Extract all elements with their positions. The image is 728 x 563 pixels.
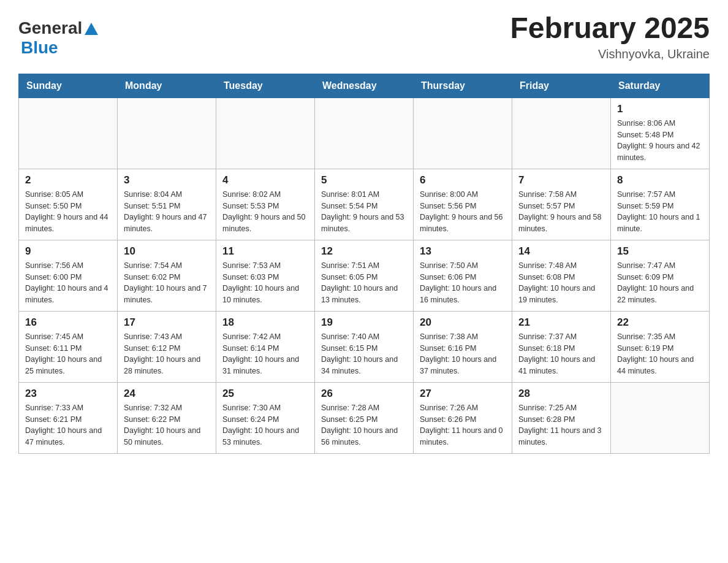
day-info: Sunrise: 7:47 AMSunset: 6:09 PMDaylight:… [617,260,703,306]
calendar-cell: 4Sunrise: 8:02 AMSunset: 5:53 PMDaylight… [216,169,315,240]
calendar-cell: 6Sunrise: 8:00 AMSunset: 5:56 PMDaylight… [414,169,512,240]
calendar-cell: 19Sunrise: 7:40 AMSunset: 6:15 PMDayligh… [315,311,414,382]
calendar-cell: 20Sunrise: 7:38 AMSunset: 6:16 PMDayligh… [414,311,512,382]
day-number: 23 [25,388,111,400]
day-info: Sunrise: 7:58 AMSunset: 5:57 PMDaylight:… [518,189,604,235]
calendar-week-3: 9Sunrise: 7:56 AMSunset: 6:00 PMDaylight… [19,240,710,311]
col-saturday: Saturday [611,74,710,98]
day-number: 22 [617,316,703,329]
col-monday: Monday [118,74,216,98]
day-number: 13 [420,245,506,258]
day-info: Sunrise: 7:25 AMSunset: 6:28 PMDaylight:… [518,402,604,448]
day-number: 17 [124,316,210,329]
day-number: 27 [420,388,506,400]
day-info: Sunrise: 8:05 AMSunset: 5:50 PMDaylight:… [25,189,111,235]
calendar-cell: 16Sunrise: 7:45 AMSunset: 6:11 PMDayligh… [19,311,118,382]
day-number: 20 [420,316,506,329]
calendar-cell: 27Sunrise: 7:26 AMSunset: 6:26 PMDayligh… [414,382,512,453]
day-info: Sunrise: 7:35 AMSunset: 6:19 PMDaylight:… [617,331,703,377]
day-number: 16 [25,316,111,329]
day-number: 24 [124,388,210,400]
col-wednesday: Wednesday [315,74,414,98]
day-info: Sunrise: 7:56 AMSunset: 6:00 PMDaylight:… [25,260,111,306]
day-number: 10 [124,245,210,258]
day-number: 5 [321,174,407,186]
calendar-cell [315,98,414,169]
day-number: 28 [518,388,604,400]
calendar-cell: 5Sunrise: 8:01 AMSunset: 5:54 PMDaylight… [315,169,414,240]
day-number: 11 [222,245,308,258]
calendar-header: Sunday Monday Tuesday Wednesday Thursday… [19,74,710,98]
day-info: Sunrise: 7:28 AMSunset: 6:25 PMDaylight:… [321,402,407,448]
day-number: 21 [518,316,604,329]
day-info: Sunrise: 7:30 AMSunset: 6:24 PMDaylight:… [222,402,308,448]
day-info: Sunrise: 8:00 AMSunset: 5:56 PMDaylight:… [420,189,506,235]
calendar-cell: 24Sunrise: 7:32 AMSunset: 6:22 PMDayligh… [118,382,216,453]
col-sunday: Sunday [19,74,118,98]
day-info: Sunrise: 7:33 AMSunset: 6:21 PMDaylight:… [25,402,111,448]
day-info: Sunrise: 7:57 AMSunset: 5:59 PMDaylight:… [617,189,703,235]
calendar-week-5: 23Sunrise: 7:33 AMSunset: 6:21 PMDayligh… [19,382,710,453]
calendar-cell: 10Sunrise: 7:54 AMSunset: 6:02 PMDayligh… [118,240,216,311]
month-title: February 2025 [510,12,710,45]
day-number: 7 [518,174,604,186]
day-number: 15 [617,245,703,258]
calendar-cell: 26Sunrise: 7:28 AMSunset: 6:25 PMDayligh… [315,382,414,453]
calendar-table: Sunday Monday Tuesday Wednesday Thursday… [18,74,710,454]
day-number: 6 [420,174,506,186]
calendar-cell: 8Sunrise: 7:57 AMSunset: 5:59 PMDaylight… [611,169,710,240]
location: Vishnyovka, Ukraine [510,47,710,61]
day-info: Sunrise: 7:40 AMSunset: 6:15 PMDaylight:… [321,331,407,377]
day-number: 9 [25,245,111,258]
day-number: 18 [222,316,308,329]
calendar-cell: 17Sunrise: 7:43 AMSunset: 6:12 PMDayligh… [118,311,216,382]
calendar-cell: 22Sunrise: 7:35 AMSunset: 6:19 PMDayligh… [611,311,710,382]
calendar-cell: 11Sunrise: 7:53 AMSunset: 6:03 PMDayligh… [216,240,315,311]
calendar-cell: 3Sunrise: 8:04 AMSunset: 5:51 PMDaylight… [118,169,216,240]
day-info: Sunrise: 7:54 AMSunset: 6:02 PMDaylight:… [124,260,210,306]
day-info: Sunrise: 8:02 AMSunset: 5:53 PMDaylight:… [222,189,308,235]
day-info: Sunrise: 7:32 AMSunset: 6:22 PMDaylight:… [124,402,210,448]
calendar-cell [611,382,710,453]
calendar-cell [512,98,611,169]
day-info: Sunrise: 7:43 AMSunset: 6:12 PMDaylight:… [124,331,210,377]
day-info: Sunrise: 7:48 AMSunset: 6:08 PMDaylight:… [518,260,604,306]
day-info: Sunrise: 8:01 AMSunset: 5:54 PMDaylight:… [321,189,407,235]
calendar-cell: 15Sunrise: 7:47 AMSunset: 6:09 PMDayligh… [611,240,710,311]
day-number: 26 [321,388,407,400]
calendar-week-4: 16Sunrise: 7:45 AMSunset: 6:11 PMDayligh… [19,311,710,382]
calendar-cell: 23Sunrise: 7:33 AMSunset: 6:21 PMDayligh… [19,382,118,453]
day-info: Sunrise: 7:45 AMSunset: 6:11 PMDaylight:… [25,331,111,377]
calendar-cell [414,98,512,169]
day-info: Sunrise: 8:06 AMSunset: 5:48 PMDaylight:… [617,118,703,164]
day-info: Sunrise: 7:26 AMSunset: 6:26 PMDaylight:… [420,402,506,448]
day-number: 25 [222,388,308,400]
calendar-cell: 9Sunrise: 7:56 AMSunset: 6:00 PMDaylight… [19,240,118,311]
day-info: Sunrise: 7:37 AMSunset: 6:18 PMDaylight:… [518,331,604,377]
day-number: 19 [321,316,407,329]
logo-blue-text: Blue [21,38,58,57]
page-header: General Blue February 2025 Vishnyovka, U… [18,12,710,61]
day-number: 14 [518,245,604,258]
day-info: Sunrise: 7:38 AMSunset: 6:16 PMDaylight:… [420,331,506,377]
logo-general-text: General [18,18,82,38]
calendar-cell: 18Sunrise: 7:42 AMSunset: 6:14 PMDayligh… [216,311,315,382]
calendar-cell: 1Sunrise: 8:06 AMSunset: 5:48 PMDaylight… [611,98,710,169]
svg-marker-0 [85,23,98,35]
col-tuesday: Tuesday [216,74,315,98]
calendar-cell: 25Sunrise: 7:30 AMSunset: 6:24 PMDayligh… [216,382,315,453]
calendar-cell: 14Sunrise: 7:48 AMSunset: 6:08 PMDayligh… [512,240,611,311]
calendar-cell [216,98,315,169]
calendar-cell [19,98,118,169]
day-number: 3 [124,174,210,186]
day-info: Sunrise: 7:50 AMSunset: 6:06 PMDaylight:… [420,260,506,306]
col-thursday: Thursday [414,74,512,98]
day-info: Sunrise: 8:04 AMSunset: 5:51 PMDaylight:… [124,189,210,235]
day-number: 8 [617,174,703,186]
calendar-cell: 13Sunrise: 7:50 AMSunset: 6:06 PMDayligh… [414,240,512,311]
calendar-body: 1Sunrise: 8:06 AMSunset: 5:48 PMDaylight… [19,98,710,453]
title-block: February 2025 Vishnyovka, Ukraine [510,12,710,61]
day-info: Sunrise: 7:51 AMSunset: 6:05 PMDaylight:… [321,260,407,306]
calendar-cell: 7Sunrise: 7:58 AMSunset: 5:57 PMDaylight… [512,169,611,240]
day-number: 1 [617,103,703,115]
